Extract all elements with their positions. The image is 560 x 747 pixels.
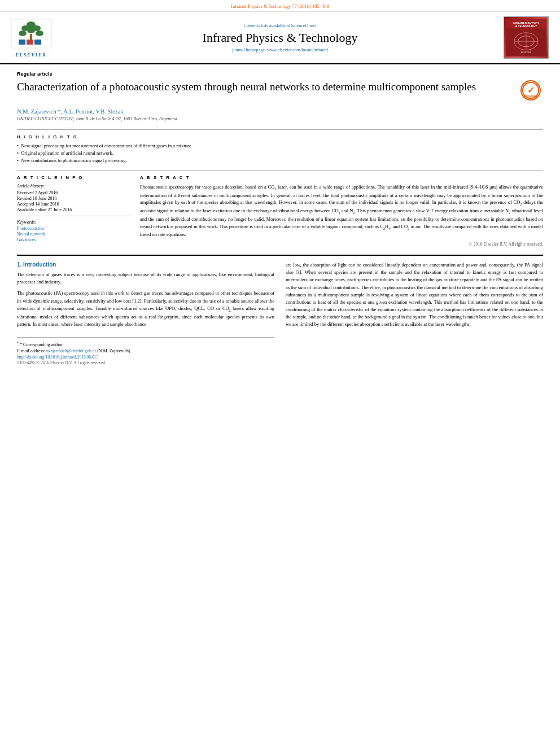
footnote-area: * * Corresponding author. E-mail address… [17, 337, 274, 365]
divider-2 [17, 170, 543, 171]
bullet-1: • [17, 143, 19, 148]
svg-rect-9 [27, 40, 33, 45]
sci-direct-line: Contents lists available at ScienceDirec… [244, 23, 317, 28]
email-link[interactable]: nzajarevich@citedef.gob.ar [46, 348, 96, 353]
email-label: E-mail address: [17, 348, 45, 353]
doi-link[interactable]: http://dx.doi.org/10.1016/j.infrared.201… [17, 355, 274, 360]
body-content: 1. Introduction The detection of gases t… [17, 261, 543, 365]
abstract-label: A B S T R A C T [140, 175, 543, 180]
intro-para-2: The photoacoustic (PA) spectroscopy used… [17, 290, 274, 328]
journal-cover-area: INFRARED PHYSICS & TECHNOLOGY ELSEVIER [504, 16, 554, 59]
corresponding-author-note: * * Corresponding author. [17, 341, 274, 347]
journal-cover-image: INFRARED PHYSICS & TECHNOLOGY ELSEVIER [504, 16, 549, 59]
main-content: Regular article Characterization of a ph… [0, 64, 560, 374]
available-date: Available online 27 June 2016 [17, 207, 130, 212]
journal-header: ELSEVIER Contents lists available at Sci… [0, 12, 560, 64]
keyword-3: Gas traces [17, 237, 130, 242]
title-row: Characterization of a photoacoustic syst… [17, 80, 543, 103]
article-history-label: Article history: [17, 184, 130, 189]
crossmark-svg: ✓ CrossMark [522, 81, 540, 100]
highlight-item-3: • New contributions to photoacoustics si… [17, 158, 543, 163]
divider-1 [17, 129, 543, 130]
affiliation-line: UNIDEF-CONICET-CITEDEF, Juan B. de La Sa… [17, 116, 543, 121]
journal-title: Infrared Physics & Technology [203, 30, 358, 45]
corresponding-label: * Corresponding author. [20, 342, 64, 347]
copyright-text: © 2016 Elsevier B.V. All rights reserved… [140, 242, 543, 247]
abstract-text: Photoacoustic spectroscopy for trace gas… [140, 184, 543, 238]
author-names: N.M. Zajarevich *, A.L. Peuriot, V.B. Sl… [17, 108, 124, 115]
journal-header-center: Contents lists available at ScienceDirec… [62, 16, 498, 59]
article-type-label: Regular article [17, 71, 543, 77]
article-info-label: A R T I C L E I N F O [17, 175, 130, 180]
sci-direct-prefix: Contents lists available at [244, 23, 290, 28]
email-suffix: (N.M. Zajarevich). [97, 348, 131, 353]
accepted-date: Accepted 14 June 2016 [17, 202, 130, 207]
svg-point-4 [19, 30, 27, 36]
highlight-text-3: New contributions to photoacoustics sign… [21, 158, 126, 163]
svg-point-6 [36, 30, 43, 36]
homepage-text: journal homepage: www.elsevier.com/locat… [232, 47, 328, 53]
footnote-star: * [17, 341, 19, 344]
journal-reference-text: Infrared Physics & Technology 77 (2016) … [231, 3, 329, 9]
intro-heading: 1. Introduction [17, 261, 274, 268]
body-right-col: are low, the absorption of light can be … [286, 261, 543, 365]
article-info-col: A R T I C L E I N F O Article history: R… [17, 175, 130, 247]
keyword-1: Photoacoustics [17, 226, 130, 231]
info-abstract-area: A R T I C L E I N F O Article history: R… [17, 175, 543, 247]
bullet-3: • [17, 158, 19, 163]
highlight-text-2: Original application of artificial neura… [21, 150, 113, 156]
sci-direct-link[interactable]: ScienceDirect [291, 23, 317, 28]
svg-point-5 [27, 28, 35, 33]
elsevier-logo-area: ELSEVIER [6, 16, 56, 59]
highlight-text-1: New signal processing for measurement of… [21, 143, 193, 148]
svg-rect-8 [19, 40, 25, 45]
highlight-item-2: • Original application of artificial neu… [17, 150, 543, 156]
svg-rect-10 [34, 40, 41, 45]
elsevier-brand-text: ELSEVIER [15, 53, 46, 58]
journal-homepage: journal homepage: www.elsevier.com/locat… [232, 47, 328, 53]
elsevier-tree-logo [10, 18, 53, 49]
body-left-col: 1. Introduction The detection of gases t… [17, 261, 274, 365]
svg-text:✓: ✓ [527, 85, 535, 95]
journal-reference-bar: Infrared Physics & Technology 77 (2016) … [0, 0, 560, 12]
cover-decoration: INFRARED PHYSICS & TECHNOLOGY ELSEVIER [505, 19, 548, 56]
crossmark-badge[interactable]: ✓ CrossMark [520, 80, 543, 103]
crossmark-icon: ✓ CrossMark [520, 80, 541, 101]
highlights-label: H I G H L I G H T S [17, 134, 543, 139]
email-footnote: E-mail address: nzajarevich@citedef.gob.… [17, 348, 274, 353]
article-title: Characterization of a photoacoustic syst… [17, 80, 520, 94]
svg-text:& TECHNOLOGY: & TECHNOLOGY [515, 25, 537, 28]
info-divider [17, 216, 130, 216]
keywords-label: Keywords: [17, 220, 130, 225]
license-text: 1350-4495/© 2016 Elsevier B.V. All right… [17, 360, 274, 365]
svg-text:CrossMark: CrossMark [524, 95, 538, 98]
section-divider [17, 255, 543, 256]
highlights-section: H I G H L I G H T S • New signal process… [17, 134, 543, 163]
authors-line: N.M. Zajarevich *, A.L. Peuriot, V.B. Sl… [17, 108, 543, 115]
bullet-2: • [17, 150, 19, 156]
received-date: Received 7 April 2016 [17, 190, 130, 195]
highlight-item-1: • New signal processing for measurement … [17, 143, 543, 148]
revised-date: Revised 10 June 2016 [17, 196, 130, 201]
intro-para-1: The detection of gases traces is a very … [17, 271, 274, 286]
abstract-col: A B S T R A C T Photoacoustic spectrosco… [140, 175, 543, 247]
body-right-para-1: are low, the absorption of light can be … [286, 261, 543, 329]
svg-text:ELSEVIER: ELSEVIER [521, 51, 532, 54]
svg-text:INFRARED PHYSICS: INFRARED PHYSICS [513, 22, 540, 25]
keyword-2: Neural network [17, 231, 130, 237]
